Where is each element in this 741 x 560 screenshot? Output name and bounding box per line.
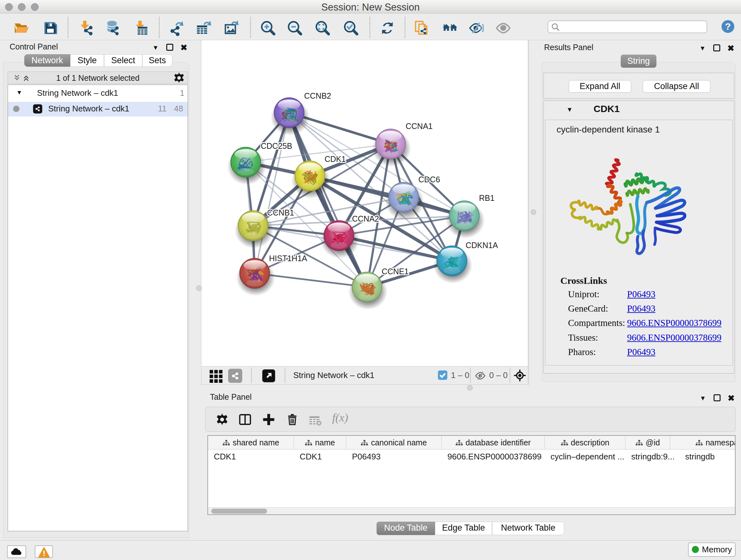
- svg-text:CCNA2: CCNA2: [352, 214, 379, 223]
- svg-text:HIST1H1A: HIST1H1A: [269, 254, 307, 263]
- svg-text:CCNB2: CCNB2: [304, 91, 331, 100]
- svg-text:CCNB1: CCNB1: [267, 208, 294, 217]
- svg-text:CDC25B: CDC25B: [261, 141, 292, 150]
- svg-text:CDKN1A: CDKN1A: [466, 241, 498, 250]
- svg-text:RB1: RB1: [479, 193, 495, 202]
- svg-text:CCNA1: CCNA1: [406, 122, 433, 131]
- svg-text:CCNE1: CCNE1: [382, 267, 409, 276]
- svg-text:CDK1: CDK1: [325, 154, 346, 164]
- svg-text:CDC6: CDC6: [418, 175, 440, 184]
